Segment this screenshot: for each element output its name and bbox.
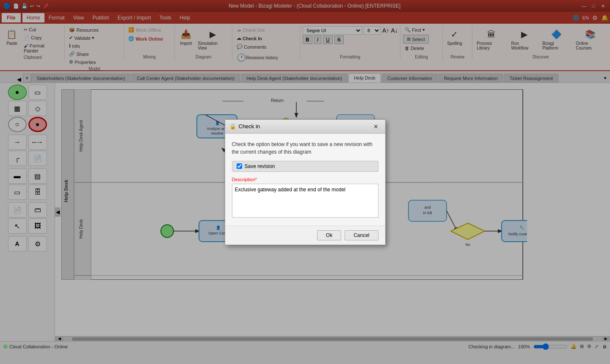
save-revision-row[interactable]: Save revision bbox=[232, 161, 378, 172]
modal-icon: 🔒 bbox=[229, 123, 236, 130]
modal-close-button[interactable]: ✕ bbox=[371, 122, 381, 131]
modal-title-text: Check in bbox=[239, 123, 260, 130]
check-in-dialog: 🔒 Check in ✕ Check the option below if y… bbox=[225, 119, 386, 245]
modal-subtitle: Check the option below if you want to sa… bbox=[232, 141, 378, 156]
description-label: Description* bbox=[232, 177, 378, 182]
modal-body: Check the option below if you want to sa… bbox=[225, 134, 385, 226]
modal-titlebar: 🔒 Check in ✕ bbox=[225, 120, 385, 134]
ok-button[interactable]: Ok bbox=[317, 230, 341, 240]
save-revision-checkbox[interactable] bbox=[237, 163, 242, 169]
modal-footer: Ok Cancel bbox=[225, 226, 385, 245]
modal-overlay: 🔒 Check in ✕ Check the option below if y… bbox=[0, 0, 610, 364]
description-textarea[interactable] bbox=[232, 184, 378, 218]
save-revision-label: Save revision bbox=[245, 163, 275, 169]
cancel-button[interactable]: Cancel bbox=[345, 230, 378, 240]
